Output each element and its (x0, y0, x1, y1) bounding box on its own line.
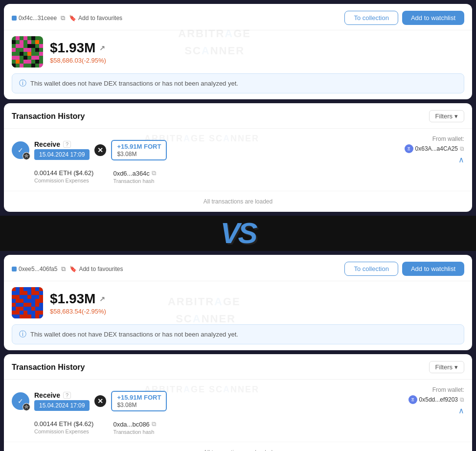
tx-from-label-2: From wallet: (432, 386, 464, 393)
addr-icon-2 (12, 267, 17, 271)
tx-commission-1: 0.00144 ETH ($4.62) Commission Expenses (34, 169, 93, 183)
wallet1-main-value: $1.93M ↗ (50, 40, 106, 56)
share-icon-2[interactable]: ↗ (99, 295, 105, 303)
svg-rect-22 (35, 60, 39, 64)
filters-btn-1[interactable]: Filters ▾ (429, 110, 464, 122)
vs-divider: VS (0, 216, 476, 251)
copy-icon-addr-2[interactable]: ⧉ (460, 396, 464, 403)
addr-icon (12, 16, 17, 21)
expand-btn-1[interactable]: ∧ (458, 155, 464, 164)
svg-rect-18 (23, 56, 27, 60)
add-watchlist-btn-2[interactable]: Add to watchlist (402, 262, 464, 276)
svg-rect-31 (23, 287, 31, 291)
wallet1-avatar (12, 36, 43, 68)
svg-rect-50 (39, 315, 43, 318)
svg-rect-9 (27, 44, 35, 48)
wallet2-main-value: $1.93M ↗ (50, 291, 106, 307)
bookmark-icon-1: 🔖 (69, 15, 76, 22)
tx-section-2: Transaction History Filters ▾ ARBITRAGE … (4, 354, 472, 451)
tx-icon-wrapper-1: ✓ (12, 141, 29, 159)
svg-rect-45 (35, 307, 43, 311)
tx-from-wallet-1: From wallet: Ξ 0x63A...a4CA25 ⧉ ∧ (405, 135, 464, 164)
tx-help-2[interactable]: ? (63, 392, 71, 399)
svg-rect-40 (16, 303, 23, 307)
wallet2-address: 0xee5...406fa5 (12, 266, 57, 272)
svg-rect-13 (35, 48, 39, 52)
tx-type-row-1: Receive ? (34, 140, 90, 148)
add-fav-1[interactable]: 🔖 Add to favourites (69, 15, 122, 22)
svg-rect-20 (16, 60, 20, 64)
copy-hash-icon-1[interactable]: ⧉ (152, 169, 156, 177)
wallet2-card: ARBITRAGE SCANNER 0xee5...406fa5 ⧉ 🔖 Add… (4, 255, 472, 350)
add-fav-2[interactable]: 🔖 Add to favourites (69, 266, 123, 272)
tx-datetime-2: 15.04.2024 17:09 (34, 400, 90, 411)
tx-hash-2: 0xda...bc086 ⧉ Transaction hash (113, 420, 156, 435)
svg-rect-46 (20, 311, 23, 315)
wallet1-value: $1.93M ↗ $58,686.03(-2.95%) (50, 40, 106, 64)
share-icon-1[interactable]: ↗ (99, 44, 105, 52)
copy-hash-icon-2[interactable]: ⧉ (152, 420, 156, 428)
svg-rect-44 (23, 307, 31, 311)
tx-row-top-1: ✓ Receive ? 15.04.2024 17:09 ✕ (12, 135, 464, 164)
svg-rect-16 (39, 52, 43, 56)
svg-rect-38 (12, 299, 16, 303)
tx-from-label-1: From wallet: (432, 135, 464, 142)
copy-icon-1[interactable]: ⧉ (61, 14, 65, 22)
chevron-down-icon-2: ▾ (454, 363, 458, 371)
svg-rect-15 (27, 52, 31, 56)
copy-icon-2[interactable]: ⧉ (61, 265, 66, 273)
tx-row-2: ✓ Receive ? 15.04.2024 17:09 ✕ (4, 380, 472, 442)
wallet2-info-banner: ⓘ This wallet does not have DEX transact… (12, 324, 464, 344)
svg-rect-30 (16, 287, 20, 291)
expand-btn-2[interactable]: ∧ (458, 406, 464, 415)
wallet2-addr-text: 0xee5...406fa5 (19, 266, 57, 272)
tx-token-usd-1: $3.08M (117, 151, 161, 158)
svg-rect-8 (16, 44, 23, 48)
svg-rect-26 (39, 64, 43, 68)
wallet2-sub-value: $58,683.54(-2.95%) (50, 308, 106, 315)
svg-rect-32 (35, 287, 39, 291)
svg-rect-24 (20, 64, 23, 68)
tx-type-label-1: Receive (34, 140, 60, 148)
svg-rect-49 (31, 315, 35, 318)
wallet2-header-right: To collection Add to watchlist (344, 262, 464, 276)
bookmark-icon-2: 🔖 (69, 266, 77, 272)
wallet1-header: 0xf4c...31ceee ⧉ 🔖 Add to favourites To … (4, 4, 472, 30)
svg-rect-14 (20, 52, 23, 56)
svg-rect-23 (12, 64, 16, 68)
tx-row-1: ✓ Receive ? 15.04.2024 17:09 ✕ (4, 129, 472, 191)
to-collection-btn-2[interactable]: To collection (344, 262, 398, 276)
wallet2-header: 0xee5...406fa5 ⧉ 🔖 Add to favourites To … (4, 255, 472, 281)
tx-header-2: Transaction History Filters ▾ (4, 354, 472, 380)
tx-icon-check-1: ✓ (18, 146, 23, 154)
svg-rect-1 (16, 36, 20, 40)
filters-btn-2[interactable]: Filters ▾ (429, 361, 464, 373)
tx-title-1: Transaction History (12, 112, 85, 121)
tx-hash-value-2: 0xda...bc086 ⧉ (113, 420, 156, 428)
add-watchlist-btn-1[interactable]: Add to watchlist (402, 11, 464, 25)
tx-help-1[interactable]: ? (63, 141, 71, 148)
svg-rect-5 (20, 40, 23, 44)
tx-type-info-1: Receive ? 15.04.2024 17:09 (34, 140, 90, 160)
svg-rect-34 (27, 291, 31, 295)
eth-icon-2: Ξ (408, 395, 417, 404)
tx-from-addr-1: Ξ 0x63A...a4CA25 ⧉ (405, 144, 464, 153)
copy-icon-addr-1[interactable]: ⧉ (460, 145, 464, 152)
chevron-down-icon: ▾ (454, 113, 458, 120)
wallet2-info: $1.93M ↗ $58,683.54(-2.95%) (4, 281, 472, 324)
svg-rect-35 (39, 291, 43, 295)
tx-icon-check-2: ✓ (18, 397, 23, 405)
to-collection-btn-1[interactable]: To collection (344, 11, 398, 25)
wallet1-info-banner: ⓘ This wallet does not have DEX transact… (12, 73, 464, 93)
tx-datetime-1: 15.04.2024 17:09 (34, 149, 90, 160)
svg-rect-10 (39, 44, 43, 48)
tx-type-label-2: Receive (34, 391, 60, 399)
tx-badge-1 (23, 152, 30, 160)
wallet1-addr-text: 0xf4c...31ceee (19, 15, 57, 22)
svg-rect-25 (31, 64, 35, 68)
tx-badge-2 (23, 403, 30, 411)
svg-rect-3 (31, 36, 35, 40)
tx-token-box-2: +15.91M FORT $3.08M (111, 391, 167, 411)
svg-rect-17 (12, 56, 20, 60)
wallet1-header-right: To collection Add to watchlist (344, 11, 464, 25)
